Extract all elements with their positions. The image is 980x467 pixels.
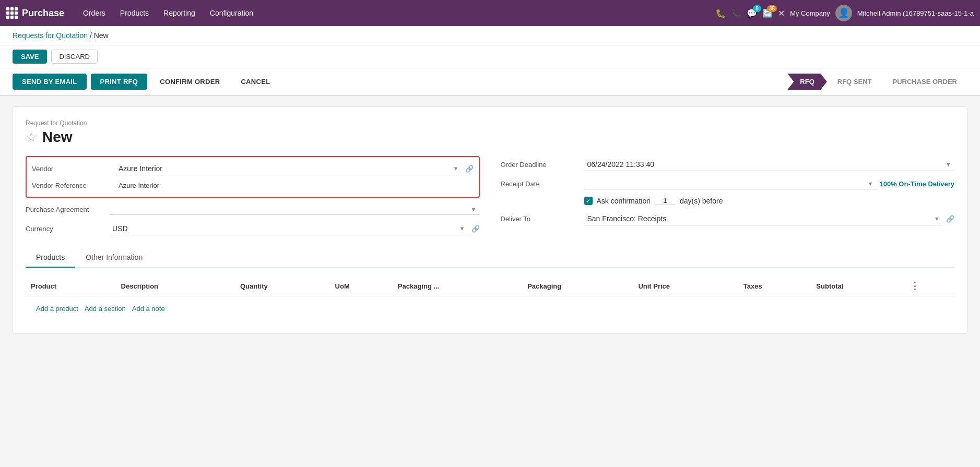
receipt-date-dropdown[interactable]: ▼ (584, 178, 877, 189)
deliver-to-wrap: San Francisco: Receipts ▼ 🔗 (584, 212, 955, 225)
col-taxes: Taxes (738, 276, 811, 296)
order-deadline-value: 06/24/2022 11:33:40 (587, 160, 654, 169)
order-deadline-label: Order Deadline (501, 161, 584, 169)
menu-orders[interactable]: Orders (77, 6, 112, 20)
breadcrumb-current: New (94, 31, 109, 40)
products-table: Product Description Quantity UoM Packagi… (26, 276, 954, 321)
menu-products[interactable]: Products (114, 6, 155, 20)
activity-button[interactable]: 🔄 35 (762, 8, 773, 18)
vendor-reference-label: Vendor Reference (32, 182, 115, 189)
field-row-currency: Currency USD ▼ 🔗 (26, 220, 480, 237)
breadcrumb-parent[interactable]: Requests for Quotation (13, 31, 88, 40)
currency-value: USD (112, 224, 128, 233)
left-fields: Vendor Azure Interior ▼ 🔗 Vendor Referen… (26, 156, 480, 237)
ask-confirmation-text: Ask confirmation (597, 197, 651, 205)
stage-purchase-order[interactable]: PURCHASE ORDER (882, 74, 967, 90)
col-packaging-qty: Packaging ... (393, 276, 522, 296)
tab-products[interactable]: Products (26, 248, 75, 268)
col-unit-price: Unit Price (633, 276, 738, 296)
vendor-dropdown[interactable]: Azure Interior ▼ (115, 162, 462, 175)
workflow-bar: SEND BY EMAIL PRINT RFQ CONFIRM ORDER CA… (0, 68, 980, 96)
stage-rfq-sent[interactable]: RFQ SENT (827, 74, 882, 90)
receipt-date-label: Receipt Date (501, 180, 584, 188)
field-row-ask-confirmation: ✓ Ask confirmation day(s) before (501, 195, 955, 207)
settings-icon[interactable]: ✕ (778, 8, 785, 18)
purchase-agreement-label: Purchase Agreement (26, 206, 109, 213)
currency-label: Currency (26, 225, 109, 233)
table-column-menu-icon[interactable]: ⋮ (910, 281, 919, 291)
deliver-to-value: San Francisco: Receipts (587, 214, 667, 223)
purchase-agreement-wrap: ▼ (109, 204, 480, 215)
form-subtitle: Request for Quotation (26, 119, 954, 127)
col-quantity: Quantity (235, 276, 330, 296)
deliver-to-dropdown[interactable]: San Francisco: Receipts ▼ (584, 212, 943, 225)
field-row-vendor-reference: Vendor Reference Azure Interior (32, 177, 474, 194)
purchase-agreement-dropdown[interactable]: ▼ (109, 204, 480, 215)
form-fields: Vendor Azure Interior ▼ 🔗 Vendor Referen… (26, 156, 954, 237)
add-section-link[interactable]: Add a section (85, 305, 126, 313)
ask-confirmation-wrap: ✓ Ask confirmation day(s) before (584, 197, 955, 205)
main-content: Request for Quotation ☆ New Vendor Azure… (0, 96, 980, 344)
days-before-input[interactable] (655, 197, 676, 205)
table-add-cell: Add a product Add a section Add a note (26, 296, 954, 321)
send-by-email-button[interactable]: SEND BY EMAIL (13, 74, 87, 90)
breadcrumb: Requests for Quotation / New (0, 26, 980, 45)
order-deadline-arrow: ▼ (946, 161, 951, 167)
deliver-to-arrow: ▼ (934, 215, 940, 222)
stage-rfq[interactable]: RFQ (787, 74, 826, 90)
save-discard-bar: SAVE DISCARD (0, 45, 980, 68)
breadcrumb-separator: / (90, 31, 94, 40)
cancel-button[interactable]: CANCEL (232, 74, 278, 90)
company-name[interactable]: My Company (790, 9, 830, 17)
currency-arrow: ▼ (459, 225, 465, 232)
user-avatar[interactable]: 👤 (835, 5, 852, 21)
order-deadline-wrap: 06/24/2022 11:33:40 ▼ (584, 158, 955, 171)
chat-button[interactable]: 💬 8 (747, 8, 757, 18)
form-main-title: New (42, 129, 73, 146)
vendor-reference-wrap: Azure Interior (115, 179, 474, 191)
phone-icon[interactable]: 📞 (731, 8, 741, 18)
days-before-label: day(s) before (680, 197, 723, 205)
add-note-link[interactable]: Add a note (132, 305, 165, 313)
menu-configuration[interactable]: Configuration (204, 6, 259, 20)
table-header-row: Product Description Quantity UoM Packagi… (26, 276, 954, 296)
col-packaging: Packaging (522, 276, 633, 296)
form-title-area: Request for Quotation ☆ New (26, 119, 954, 146)
tab-other-information[interactable]: Other Information (75, 248, 153, 268)
top-right-actions: 🐛 📞 💬 8 🔄 35 ✕ My Company 👤 Mitchell Adm… (715, 5, 974, 21)
user-name[interactable]: Mitchell Admin (16789751-saas-15-1-a (857, 9, 974, 17)
order-deadline-dropdown[interactable]: 06/24/2022 11:33:40 ▼ (584, 158, 955, 171)
grid-icon (6, 7, 18, 19)
brand-name: Purchase (22, 8, 64, 19)
form-title-row: ☆ New (26, 129, 954, 146)
ask-confirmation-checkbox[interactable]: ✓ (584, 197, 593, 205)
receipt-date-wrap: ▼ 100% On-Time Delivery (584, 178, 955, 189)
vendor-reference-value[interactable]: Azure Interior (115, 179, 474, 191)
table-actions: Add a product Add a section Add a note (31, 301, 949, 317)
product-tabs: Products Other Information (26, 248, 954, 268)
print-rfq-button[interactable]: PRINT RFQ (91, 74, 148, 90)
currency-ext-link-icon[interactable]: 🔗 (471, 225, 480, 233)
vendor-label: Vendor (32, 165, 115, 173)
brand-logo[interactable]: Purchase (6, 7, 64, 19)
top-navigation: Purchase Orders Products Reporting Confi… (0, 0, 980, 26)
vendor-value: Azure Interior (119, 164, 162, 173)
on-time-delivery-badge: 100% On-Time Delivery (879, 180, 954, 188)
deliver-to-ext-link-icon[interactable]: 🔗 (946, 215, 954, 223)
discard-button[interactable]: DISCARD (51, 50, 98, 64)
save-button[interactable]: SAVE (13, 50, 47, 64)
confirm-order-button[interactable]: CONFIRM ORDER (151, 74, 228, 90)
table-add-row: Add a product Add a section Add a note (26, 296, 954, 321)
chat-badge: 8 (753, 5, 761, 12)
currency-dropdown[interactable]: USD ▼ (109, 222, 468, 235)
activity-badge: 35 (767, 5, 777, 12)
purchase-agreement-arrow: ▼ (471, 206, 477, 212)
favorite-star-icon[interactable]: ☆ (26, 130, 37, 145)
menu-reporting[interactable]: Reporting (157, 6, 202, 20)
add-product-link[interactable]: Add a product (36, 305, 78, 313)
field-row-deliver-to: Deliver To San Francisco: Receipts ▼ 🔗 (501, 210, 955, 227)
col-product: Product (26, 276, 116, 296)
vendor-ext-link-icon[interactable]: 🔗 (465, 165, 474, 173)
right-fields: Order Deadline 06/24/2022 11:33:40 ▼ Rec… (501, 156, 955, 237)
bug-icon[interactable]: 🐛 (715, 8, 726, 18)
